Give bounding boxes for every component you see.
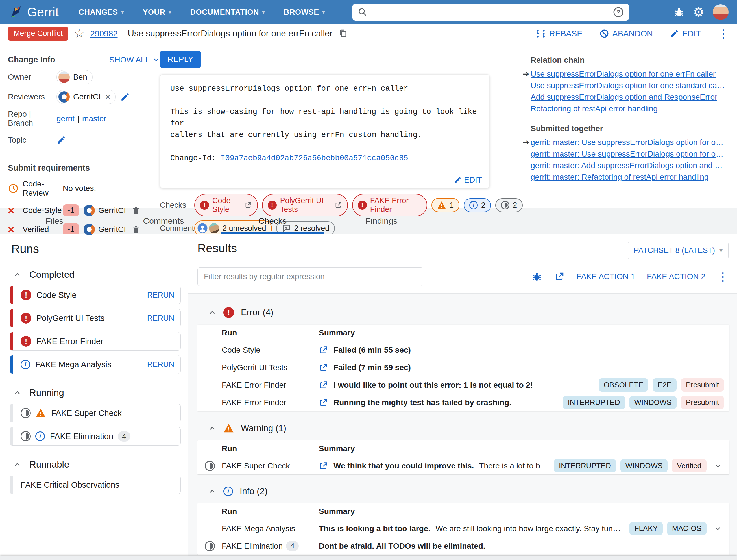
menu-your[interactable]: YOUR▾ — [143, 8, 171, 17]
rerun-button[interactable]: RERUN — [147, 291, 174, 299]
tab-comments[interactable]: Comments — [109, 208, 218, 234]
more-actions-icon[interactable]: ⋮ — [717, 271, 729, 282]
info-section-title: Info (2) — [240, 486, 268, 496]
reply-button[interactable]: REPLY — [160, 51, 201, 68]
relation-item: ➔ Refactoring of restApi error handling — [523, 103, 729, 114]
relation-link[interactable]: Add suppressErrorDialogs option and Resp… — [530, 91, 717, 103]
info-count-chip[interactable]: i 2 — [464, 198, 491, 212]
relation-item: ➔ Use suppressErrorDialogs option for on… — [523, 68, 729, 80]
abandon-button[interactable]: ABANDON — [599, 29, 653, 38]
result-row[interactable]: FAKE Error Finder Running the mighty tes… — [197, 394, 729, 411]
search-input[interactable] — [372, 8, 608, 17]
gear-icon[interactable]: ⚙ — [693, 6, 704, 18]
change-id-link[interactable]: I09a7aeb9a4d02ab726a56bebb00a571cca050c8… — [221, 154, 408, 162]
submitted-link[interactable]: gerrit: master: Refactoring of restApi e… — [530, 171, 708, 183]
external-link-icon[interactable] — [319, 380, 329, 390]
relation-link[interactable]: Use suppressErrorDialogs option for one … — [530, 80, 725, 91]
copy-icon[interactable] — [338, 29, 348, 38]
run-card-fake-error-finder[interactable]: ! FAKE Error Finder — [10, 332, 181, 351]
tab-findings[interactable]: Findings — [327, 208, 436, 234]
result-row[interactable]: FAKE Mega Analysis This is looking a bit… — [197, 520, 729, 537]
user-avatar[interactable] — [713, 4, 729, 20]
external-link-icon[interactable] — [319, 363, 329, 372]
info-section-toggle[interactable]: i Info (2) — [208, 486, 729, 496]
result-tag: INTERRUPTED — [554, 459, 616, 472]
code-review-votes: No votes. — [63, 184, 96, 193]
chevron-down-icon: ▾ — [121, 9, 124, 16]
owner-chip[interactable]: Ben — [57, 70, 93, 84]
submitted-link[interactable]: gerrit: master: Use suppressErrorDialogs… — [530, 148, 725, 160]
branch-link[interactable]: master — [82, 114, 107, 123]
edit-commit-button[interactable]: EDIT — [454, 175, 482, 185]
commit-message-card: Use suppressErrorDialogs option for one … — [160, 74, 490, 188]
result-row[interactable]: PolyGerrit UI Tests Failed (7 min 59 sec… — [197, 359, 729, 376]
run-card-polygerrit-ui-tests[interactable]: ! PolyGerrit UI Tests RERUN — [10, 309, 181, 327]
star-icon[interactable]: ☆ — [74, 28, 85, 40]
submitted-link[interactable]: gerrit: master: Use suppressErrorDialogs… — [530, 136, 725, 148]
running-section-toggle[interactable]: Running — [13, 387, 181, 398]
completed-section-toggle[interactable]: Completed — [13, 269, 181, 280]
tab-files[interactable]: Files — [0, 208, 109, 234]
show-all-button[interactable]: SHOW ALL — [109, 55, 160, 64]
error-section-toggle[interactable]: ! Error (4) — [208, 307, 729, 318]
chevron-down-icon — [153, 56, 160, 64]
change-info-column: Change Info SHOW ALL Owner Ben Reviewers… — [8, 51, 160, 208]
submit-requirements-heading: Submit requirements — [8, 163, 160, 173]
help-icon[interactable]: ? — [613, 6, 624, 18]
edit-topic-icon[interactable] — [57, 135, 66, 145]
results-filter-input[interactable] — [197, 267, 423, 286]
column-header-run: Run — [197, 444, 319, 453]
menu-browse[interactable]: BROWSE▾ — [284, 8, 325, 17]
bug-report-icon[interactable] — [673, 6, 685, 18]
menu-documentation[interactable]: DOCUMENTATION▾ — [190, 8, 265, 17]
edit-button[interactable]: EDIT — [670, 29, 701, 38]
info-results-table: Run Summary FAKE Mega Analysis This is l… — [197, 503, 729, 555]
run-card-fake-critical-observations[interactable]: FAKE Critical Observations — [10, 476, 181, 494]
runs-heading: Runs — [11, 242, 181, 256]
patchset-dropdown[interactable]: PATCHSET 8 (LATEST) ▾ — [628, 242, 729, 259]
rerun-button[interactable]: RERUN — [147, 314, 174, 323]
reviewer-chip[interactable]: GerritCI × — [57, 90, 116, 104]
bug-report-icon[interactable] — [531, 271, 542, 282]
external-link-icon[interactable] — [319, 398, 329, 407]
rebase-icon — [536, 29, 546, 39]
relation-link[interactable]: Use suppressErrorDialogs option for one … — [530, 68, 716, 80]
run-card-fake-super-check[interactable]: FAKE Super Check — [10, 404, 181, 422]
running-count-chip[interactable]: 2 — [495, 198, 523, 212]
tab-checks[interactable]: Checks — [218, 208, 327, 234]
result-row[interactable]: FAKE Elimination 4 Dont be afraid. All T… — [197, 537, 729, 555]
gerrit-logo[interactable]: Gerrit — [8, 5, 59, 19]
result-row[interactable]: FAKE Super Check We think that you could… — [197, 457, 729, 474]
change-number-link[interactable]: 290982 — [90, 29, 118, 38]
runs-panel: Runs Completed ! Code Style RERUN ! Poly… — [0, 234, 188, 556]
run-card-code-style[interactable]: ! Code Style RERUN — [10, 286, 181, 304]
warning-section-toggle[interactable]: Warning (1) — [208, 423, 729, 434]
more-actions-icon[interactable]: ⋮ — [718, 28, 729, 39]
external-link-icon[interactable] — [554, 271, 565, 282]
expand-row-icon[interactable] — [712, 524, 724, 533]
nav-right-icons: ⚙ — [673, 4, 729, 20]
run-card-fake-mega-analysis[interactable]: i FAKE Mega Analysis RERUN — [10, 355, 181, 374]
results-panel: Results PATCHSET 8 (LATEST) ▾ — [188, 234, 737, 556]
fake-action-1-button[interactable]: FAKE ACTION 1 — [577, 272, 635, 281]
rebase-button[interactable]: REBASE — [536, 29, 582, 39]
remove-reviewer-icon[interactable]: × — [105, 92, 110, 102]
expand-row-icon[interactable] — [712, 462, 724, 470]
run-card-fake-elimination[interactable]: i FAKE Elimination 4 — [10, 427, 181, 446]
external-link-icon[interactable] — [319, 345, 329, 355]
runnable-section-toggle[interactable]: Runnable — [13, 459, 181, 470]
relation-link[interactable]: Refactoring of restApi error handling — [530, 103, 658, 114]
requirement-row-code-review: Code-Review No votes. — [8, 179, 160, 197]
result-tag: E2E — [653, 378, 677, 392]
fake-action-2-button[interactable]: FAKE ACTION 2 — [647, 272, 705, 281]
result-row[interactable]: FAKE Error Finder I would like to point … — [197, 376, 729, 394]
search-box[interactable]: ? — [353, 4, 629, 21]
result-row[interactable]: Code Style Failed (6 min 55 sec) — [197, 341, 729, 359]
menu-changes[interactable]: CHANGES▾ — [79, 8, 124, 17]
chevron-down-icon: ▾ — [719, 247, 723, 254]
repo-link[interactable]: gerrit — [57, 114, 75, 123]
edit-reviewers-icon[interactable] — [120, 92, 130, 102]
submitted-link[interactable]: gerrit: master: Add suppressErrorDialogs… — [530, 160, 725, 171]
external-link-icon[interactable] — [319, 461, 329, 471]
rerun-button[interactable]: RERUN — [147, 360, 174, 369]
